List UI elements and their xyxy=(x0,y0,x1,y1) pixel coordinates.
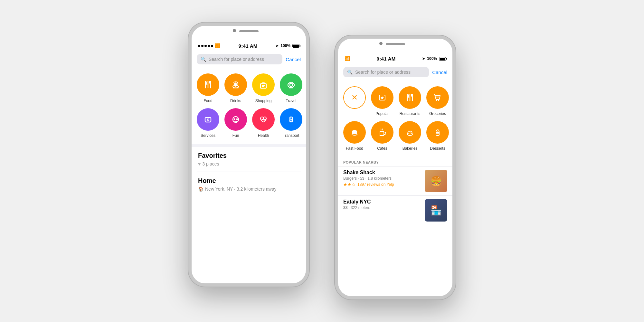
svg-point-28 xyxy=(352,130,357,133)
favorites-sub: ♥ 3 places xyxy=(198,161,299,166)
category-drinks[interactable]: Drinks xyxy=(224,73,247,103)
restaurants-icon-circle xyxy=(399,86,421,109)
shakeshack-info: Shake Shack Burgers · $$ · 1.8 kilometer… xyxy=(343,170,421,192)
category-services[interactable]: $ Services xyxy=(197,108,219,138)
shakeshack-name: Shake Shack xyxy=(343,170,421,175)
cancel-button-2[interactable]: Cancel xyxy=(432,70,447,75)
search-bar-container-2: 🔍 Search for place or address Cancel xyxy=(338,64,452,80)
battery-fill-2 xyxy=(440,58,445,60)
services-svg-icon: $ xyxy=(203,114,213,125)
popular-icon-circle xyxy=(371,86,393,109)
phone1-content: Food Drinks xyxy=(192,67,306,283)
svg-point-17 xyxy=(290,117,292,119)
category-shopping[interactable]: Shopping xyxy=(252,73,275,103)
shopping-label: Shopping xyxy=(255,99,272,103)
status-right-1: ➤ 100% xyxy=(276,43,299,48)
travel-icon-circle xyxy=(280,73,302,96)
restaurants-svg-icon xyxy=(405,92,415,103)
desserts-icon-circle xyxy=(426,121,449,144)
cafes-svg-icon xyxy=(377,127,387,137)
drinks-svg-icon xyxy=(231,80,241,90)
clear-icon-circle: ✕ xyxy=(343,86,366,109)
nearby-header: POPULAR NEARBY xyxy=(338,157,452,166)
search-bar-container-1: 🔍 Search for place or address Cancel xyxy=(192,52,306,67)
travel-svg-icon xyxy=(286,80,296,90)
svg-rect-5 xyxy=(260,84,266,88)
category-fun[interactable]: Fun xyxy=(224,108,247,138)
speaker-slot-1 xyxy=(239,30,259,32)
front-camera-1 xyxy=(233,29,236,32)
subcategory-popular[interactable]: Popular xyxy=(371,86,393,116)
cancel-button-1[interactable]: Cancel xyxy=(286,57,301,62)
battery-icon-2 xyxy=(439,57,446,61)
popular-label: Popular xyxy=(375,111,389,116)
search-bar-2[interactable]: 🔍 Search for place or address xyxy=(343,67,429,77)
battery-icon-1 xyxy=(292,44,299,48)
search-icon-2: 🔍 xyxy=(347,70,353,75)
search-icon-1: 🔍 xyxy=(201,57,206,62)
subcategory-fastfood[interactable]: Fast Food xyxy=(343,121,366,151)
subcategory-clear[interactable]: ✕ xyxy=(343,86,366,116)
signal-dot xyxy=(198,45,200,47)
home-icon: 🏠 xyxy=(198,186,204,192)
iphone-2-top-bar xyxy=(338,39,452,52)
subcategory-bakeries[interactable]: Bakeries xyxy=(399,121,421,151)
subcategory-restaurants[interactable]: Restaurants xyxy=(399,86,421,116)
subcategory-desserts[interactable]: Desserts xyxy=(426,121,449,151)
fun-label: Fun xyxy=(232,133,239,138)
groceries-icon-circle xyxy=(426,86,449,109)
subcategory-groceries[interactable]: Groceries xyxy=(426,86,449,116)
category-health[interactable]: Health xyxy=(252,108,275,138)
transport-icon-circle xyxy=(280,108,302,131)
nearby-item-shakeshack[interactable]: Shake Shack Burgers · $$ · 1.8 kilometer… xyxy=(338,166,452,195)
category-transport[interactable]: Transport xyxy=(280,108,302,138)
food-svg-icon xyxy=(203,80,213,90)
search-placeholder-2: Search for place or address xyxy=(355,70,411,75)
subcategory-cafes[interactable]: Cafés xyxy=(371,121,393,151)
nearby-section: POPULAR NEARBY Shake Shack Burgers · $$ … xyxy=(338,157,452,225)
wifi-icon-1: 📶 xyxy=(215,43,220,48)
section-gap-1 xyxy=(192,144,306,147)
category-food[interactable]: Food xyxy=(197,73,219,103)
search-bar-1[interactable]: 🔍 Search for place or address xyxy=(197,54,282,64)
favorites-section[interactable]: Favorites ♥ 3 places xyxy=(192,147,306,172)
speaker-slot-2 xyxy=(386,43,405,45)
eataly-meta: $$ · 322 meters xyxy=(343,205,421,210)
battery-body-2 xyxy=(439,57,446,61)
battery-fill-1 xyxy=(293,45,299,47)
bakeries-icon-circle xyxy=(399,121,421,144)
front-camera-2 xyxy=(379,42,383,45)
iphone-1-top-bar xyxy=(192,26,306,39)
home-title: Home xyxy=(198,177,299,185)
signal-dot xyxy=(208,45,210,47)
signal-dot xyxy=(201,45,204,47)
drinks-label: Drinks xyxy=(230,99,241,103)
location-icon-1: ➤ xyxy=(276,44,279,48)
desserts-svg-icon xyxy=(432,127,443,137)
health-icon-circle xyxy=(252,108,275,131)
svg-point-19 xyxy=(291,121,292,122)
fun-svg-icon xyxy=(231,114,241,125)
food-label: Food xyxy=(204,99,212,103)
shakeshack-meta: Burgers · $$ · 1.8 kilometers xyxy=(343,176,421,181)
fun-icon-circle xyxy=(224,108,247,131)
shakeshack-thumb: 🍔 xyxy=(425,170,447,192)
health-svg-icon xyxy=(258,114,269,125)
iphone-1-screen: 📶 9:41 AM ➤ 100% 🔍 Search for xyxy=(192,26,306,283)
svg-marker-21 xyxy=(381,96,384,99)
favorites-title: Favorites xyxy=(198,152,299,159)
bakeries-svg-icon xyxy=(405,127,415,137)
home-sub: 🏠 New York, NY · 3.2 kilometers away xyxy=(198,186,299,192)
home-section[interactable]: Home 🏠 New York, NY · 3.2 kilometers awa… xyxy=(192,172,306,197)
status-right-2: ➤ 100% xyxy=(422,56,446,61)
svg-rect-31 xyxy=(352,133,357,134)
time-1: 9:41 AM xyxy=(239,43,258,49)
category-travel[interactable]: Travel xyxy=(280,73,302,103)
nearby-item-eataly[interactable]: Eataly NYC $$ · 322 meters 🏪 xyxy=(338,195,452,225)
transport-label: Transport xyxy=(283,133,299,138)
home-address: New York, NY · 3.2 kilometers away xyxy=(205,186,277,192)
svg-text:$: $ xyxy=(207,118,209,122)
status-bar-2: 📶 9:41 AM ➤ 100% xyxy=(338,50,452,64)
star-rating-icon: ★★☆ xyxy=(343,182,356,187)
search-placeholder-1: Search for place or address xyxy=(209,57,264,62)
